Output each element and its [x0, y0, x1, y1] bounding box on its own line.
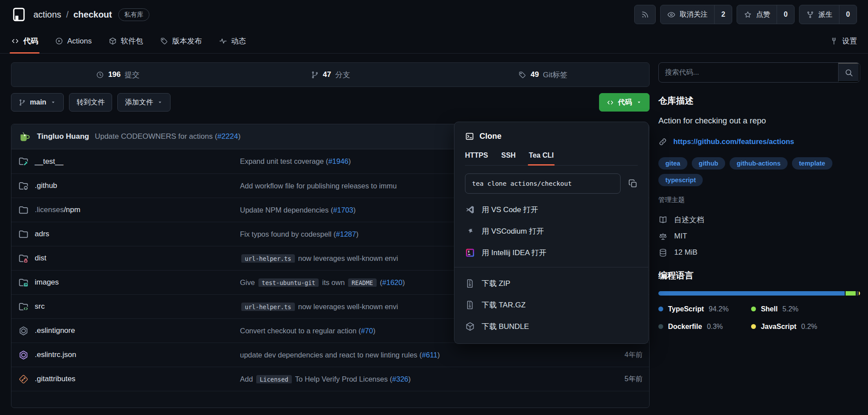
fork-count[interactable]: 0	[839, 5, 857, 24]
meta-label: 自述文档	[674, 215, 704, 225]
language-legend: TypeScript94.2%Shell5.2%Dockerfile0.3%Ja…	[658, 305, 860, 331]
visibility-badge: 私有库	[118, 8, 150, 21]
language-name: TypeScript	[668, 305, 704, 313]
unwatch-button[interactable]: 取消关注	[661, 10, 714, 19]
breadcrumb-repo[interactable]: checkout	[73, 10, 112, 20]
code-button[interactable]: 代码	[599, 93, 650, 112]
repo-tab-bar: 代码Actions软件包版本发布动态设置	[0, 29, 868, 54]
issue-ref-link[interactable]: #70	[361, 327, 373, 335]
meta-label: 12 MiB	[674, 248, 697, 257]
hex-purple-icon	[18, 350, 29, 361]
file-row[interactable]: .eslintrc.json update dev dependencies a…	[11, 343, 649, 367]
file-name[interactable]: .eslintrc.json	[18, 350, 240, 361]
file-commit-date: 5年前	[599, 375, 643, 384]
commit-author[interactable]: Tingluo Huang	[37, 132, 89, 141]
meta-book[interactable]: 自述文档	[658, 215, 860, 225]
breadcrumb-owner[interactable]: actions	[33, 10, 61, 20]
clone-tab-https[interactable]: HTTPS	[465, 152, 488, 165]
website-link[interactable]: https://github.com/features/actions	[673, 137, 794, 146]
clone-tab-tea-cli[interactable]: Tea CLI	[529, 152, 554, 165]
issue-ref-link[interactable]: #1620	[382, 278, 403, 286]
fork-button[interactable]: 派生	[799, 10, 839, 19]
issue-ref-link[interactable]: #1946	[328, 157, 349, 165]
topic-pill[interactable]: typescript	[658, 174, 703, 186]
clone-tab-ssh[interactable]: SSH	[501, 152, 516, 165]
file-commit-message: update dev dependencies and react to new…	[240, 351, 599, 359]
languages-title: 编程语言	[658, 270, 860, 281]
avatar[interactable]	[18, 130, 31, 143]
code-chip: test-ubuntu-git	[258, 278, 319, 287]
meta-database[interactable]: 12 MiB	[658, 248, 860, 257]
file-name[interactable]: __test__	[18, 156, 240, 167]
issue-ref-link[interactable]: #1287	[336, 230, 356, 238]
goto-file-button[interactable]: 转到文件	[69, 93, 112, 112]
copy-icon[interactable]	[628, 179, 638, 188]
open-in-editor-item[interactable]: 用 VSCodium 打开	[465, 220, 638, 242]
website-row: https://github.com/features/actions	[658, 137, 860, 146]
play-icon	[55, 37, 63, 45]
file-name[interactable]: .eslintignore	[18, 325, 240, 336]
tab-4[interactable]: 动态	[219, 29, 246, 53]
clone-command-input[interactable]	[465, 173, 621, 194]
tab-3[interactable]: 版本发布	[160, 29, 202, 53]
file-row-partial	[11, 391, 649, 408]
tab-label: Actions	[67, 37, 92, 46]
meta-label: MIT	[674, 232, 687, 241]
menu-item-label: 下载 BUNDLE	[482, 321, 529, 332]
stat-branches[interactable]: 47分支	[224, 70, 437, 80]
language-legend-item[interactable]: Shell5.2%	[751, 305, 860, 313]
topic-pill[interactable]: github-actions	[730, 157, 788, 170]
topic-pill[interactable]: github	[692, 157, 725, 170]
issue-ref-link[interactable]: #2224	[217, 132, 238, 141]
add-file-button[interactable]: 添加文件	[117, 93, 171, 112]
file-name[interactable]: src	[18, 301, 240, 312]
repo-page: { "header": { "repo_owner": "actions", "…	[0, 0, 868, 415]
search-button[interactable]	[838, 63, 860, 82]
file-name[interactable]: .gitattributes	[18, 374, 240, 385]
file-row[interactable]: .gitattributes Add Licensed To Help Veri…	[11, 367, 649, 391]
file-name[interactable]: .github	[18, 180, 240, 191]
download-item[interactable]: 下载 TAR.GZ	[465, 294, 638, 316]
issue-ref-link[interactable]: #1703	[333, 206, 353, 214]
topic-pill[interactable]: gitea	[658, 157, 687, 170]
file-name[interactable]: .licenses/npm	[18, 205, 240, 216]
topic-pill[interactable]: template	[792, 157, 832, 170]
folder-code-icon	[18, 301, 29, 312]
stat-label: 分支	[335, 70, 350, 80]
folder-icon	[18, 205, 29, 216]
folder-image-icon	[18, 277, 29, 288]
language-legend-item[interactable]: TypeScript94.2%	[658, 305, 751, 313]
rss-button[interactable]	[634, 5, 656, 24]
language-legend-item[interactable]: JavaScript0.2%	[751, 323, 860, 331]
clone-protocol-tabs: HTTPSSSHTea CLI	[465, 152, 638, 166]
folder-github-icon	[18, 180, 29, 191]
code-search-input[interactable]	[659, 63, 838, 82]
file-name[interactable]: adrs	[18, 229, 240, 240]
tab-settings[interactable]: 设置	[830, 29, 857, 53]
open-in-editor-item[interactable]: 用 VS Code 打开	[465, 199, 638, 220]
manage-topics-link[interactable]: 管理主题	[658, 196, 685, 204]
branch-selector[interactable]: main	[11, 93, 64, 112]
issue-ref-link[interactable]: #611	[422, 351, 437, 359]
star-count[interactable]: 0	[777, 5, 794, 24]
download-item[interactable]: 下载 BUNDLE	[465, 316, 638, 337]
language-name: Shell	[761, 305, 777, 313]
star-icon	[744, 11, 752, 19]
stat-tags[interactable]: 49Git标签	[436, 70, 649, 80]
file-name[interactable]: images	[18, 277, 240, 288]
download-item[interactable]: 下载 ZIP	[465, 273, 638, 294]
issue-ref-link[interactable]: #326	[392, 375, 408, 383]
zipfile-icon	[465, 278, 475, 289]
open-in-editor-item[interactable]: 用 Intellij IDEA 打开	[465, 242, 638, 263]
tab-1[interactable]: Actions	[55, 29, 92, 53]
watch-count[interactable]: 2	[714, 5, 732, 24]
meta-scales[interactable]: MIT	[658, 232, 860, 241]
star-button[interactable]: 点赞	[737, 10, 777, 19]
file-name[interactable]: dist	[18, 253, 240, 264]
language-color-dot	[751, 307, 756, 311]
tab-0[interactable]: 代码	[11, 29, 38, 53]
tab-2[interactable]: 软件包	[109, 29, 143, 53]
language-legend-item[interactable]: Dockerfile0.3%	[658, 323, 751, 331]
file-commit-message: Add Licensed To Help Verify Prod License…	[240, 375, 599, 383]
stat-commits[interactable]: 196提交	[11, 70, 224, 80]
